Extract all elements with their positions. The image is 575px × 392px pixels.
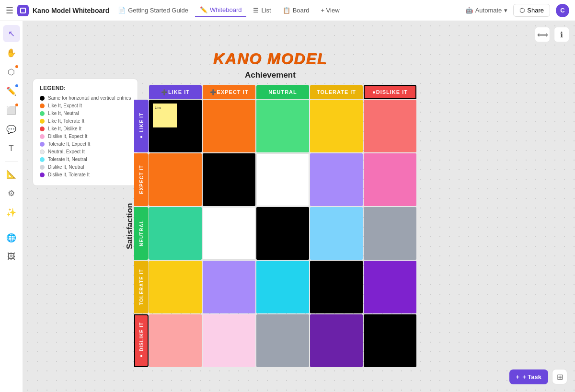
legend-dot-4: [40, 127, 45, 131]
grid-cells: Lino: [149, 99, 417, 368]
legend-item-6: Tolerate It, Expect It: [40, 141, 131, 147]
cell-1-0: [149, 153, 202, 206]
cell-4-0: [149, 314, 202, 367]
legend-text-5: Dislike It, Expect It: [48, 134, 87, 139]
cell-4-2: [256, 314, 309, 367]
legend-item-10: Dislike It, Tolerate It: [40, 172, 131, 177]
pen-dot: [15, 84, 18, 87]
doc-icon: 📄: [118, 7, 126, 14]
board-inner: ➕ LIKE IT ➕ EXPECT IT NEUTRAL TOLERATE I…: [134, 85, 417, 368]
toolbar-connect[interactable]: ⚙: [3, 184, 20, 202]
legend-text-0: Same for horizontal and vertical entries: [48, 95, 131, 101]
legend-text-6: Tolerate It, Expect It: [48, 141, 90, 147]
shapes-dot: [15, 65, 18, 68]
cell-2-2: [256, 207, 309, 260]
toolbar-magic[interactable]: ✨: [3, 204, 20, 221]
sticky-text: Lino: [155, 105, 161, 110]
legend-title: LEGEND:: [40, 85, 131, 92]
logo-inner: [20, 8, 26, 13]
row-header-like: ● LIKE IT: [134, 100, 149, 152]
kano-title: KANO MODEL: [124, 50, 417, 68]
row-header-dislike: ● DISLIKE IT: [134, 314, 149, 367]
toolbar-image[interactable]: 🖼: [3, 248, 20, 265]
toolbar-globe[interactable]: 🌐: [3, 229, 20, 246]
col-header-expect: ➕ EXPECT IT: [203, 85, 255, 99]
cell-3-3: [310, 261, 363, 313]
tab-list[interactable]: ☰ List: [248, 4, 276, 17]
toolbar-hand[interactable]: ✋: [3, 44, 20, 61]
legend-item-5: Dislike It, Expect It: [40, 134, 131, 139]
app-logo: [17, 5, 29, 16]
legend-dot-2: [40, 111, 45, 116]
nav-right: 🤖 Automate ▾ ⬡ Share C: [465, 4, 569, 17]
col-headers: ➕ LIKE IT ➕ EXPECT IT NEUTRAL TOLERATE I…: [149, 85, 417, 99]
fit-icon[interactable]: ⟺: [535, 27, 550, 42]
left-toolbar: ↖ ✋ ⬡ ✏️ ⬜ 💬 T 📐 ⚙ ✨ 🌐 🖼: [0, 21, 23, 392]
grid-row-3: [149, 260, 417, 314]
avatar: C: [556, 4, 569, 17]
legend-dot-9: [40, 165, 45, 170]
cell-2-4: [364, 207, 416, 260]
toolbar-rect[interactable]: ⬜: [3, 102, 20, 119]
cell-4-4: [364, 314, 416, 367]
legend-dot-10: [40, 173, 45, 177]
cell-1-4: [364, 153, 416, 206]
nav-tabs: 📄 Getting Started Guide ✏️ Whiteboard ☰ …: [113, 3, 344, 17]
cell-1-3: [310, 153, 363, 206]
legend-item-3: Like It, Tolerate It: [40, 118, 131, 124]
canvas-area[interactable]: ⟺ ℹ LEGEND: Same for horizontal and vert…: [23, 21, 575, 392]
legend-item-9: Dislike It, Neutral: [40, 164, 131, 170]
grid-row-4: [149, 314, 417, 368]
cell-0-2: [256, 100, 309, 152]
legend-text-8: Tolerate It, Neutral: [48, 157, 87, 162]
col-header-neutral: NEUTRAL: [256, 85, 309, 99]
col-header-dislike: ●DISLIKE IT: [364, 85, 416, 99]
legend-text-1: Like It, Expect It: [48, 103, 82, 108]
row-header-tolerate: TOLERATE IT: [134, 261, 149, 313]
info-icon[interactable]: ℹ: [554, 27, 569, 42]
legend-item-4: Like It, Dislike It: [40, 126, 131, 131]
toolbar-ruler[interactable]: 📐: [3, 165, 20, 183]
legend-item-7: Neutral, Expect It: [40, 149, 131, 154]
toolbar-pen[interactable]: ✏️: [3, 82, 20, 100]
cell-3-4: [364, 261, 416, 313]
toolbar-separator-2: [5, 225, 18, 225]
share-button[interactable]: ⬡ Share: [513, 4, 550, 17]
toolbar-cursor[interactable]: ↖: [3, 25, 20, 42]
cell-2-0: [149, 207, 202, 260]
toolbar-comment[interactable]: 💬: [3, 121, 20, 138]
tab-board[interactable]: 📋 Board: [278, 4, 314, 17]
tab-whiteboard[interactable]: ✏️ Whiteboard: [195, 3, 246, 17]
legend-dot-7: [40, 150, 45, 154]
grid-row-1: [149, 153, 417, 207]
legend-dot-1: [40, 104, 45, 108]
legend-text-10: Dislike It, Tolerate It: [48, 172, 90, 177]
legend-text-2: Like It, Neutral: [48, 111, 79, 116]
kano-board: KANO MODEL Achievement Satisfaction ➕ LI…: [124, 50, 417, 368]
automate-icon: 🤖: [465, 7, 473, 14]
toolbar-text[interactable]: T: [3, 140, 20, 157]
toolbar-shapes[interactable]: ⬡: [3, 63, 20, 81]
tab-getting-started[interactable]: 📄 Getting Started Guide: [113, 4, 193, 17]
board-icon: 📋: [283, 7, 290, 14]
canvas-tools: ⟺ ℹ: [535, 27, 569, 42]
legend-text-7: Neutral, Expect It: [48, 149, 85, 154]
cell-4-1: [203, 314, 255, 367]
satisfaction-label: Satisfaction: [124, 85, 134, 368]
automate-button[interactable]: 🤖 Automate ▾: [465, 7, 508, 14]
task-button[interactable]: + + Task: [509, 369, 548, 384]
grid-rows: ● LIKE IT EXPECT IT NEUTRAL TOLERATE IT …: [134, 99, 417, 368]
legend-text-4: Like It, Dislike It: [48, 126, 81, 131]
legend-dot-5: [40, 134, 45, 139]
main-content: ↖ ✋ ⬡ ✏️ ⬜ 💬 T 📐 ⚙ ✨ 🌐 🖼 ⟺ ℹ L: [0, 21, 575, 392]
share-icon: ⬡: [519, 7, 525, 14]
grid-view-button[interactable]: ⊞: [552, 369, 567, 384]
cell-1-2: [256, 153, 309, 206]
legend-panel: LEGEND: Same for horizontal and vertical…: [33, 79, 138, 186]
top-navigation: ☰ Kano Model Whiteboard 📄 Getting Starte…: [0, 0, 575, 21]
bottom-bar: + + Task ⊞: [509, 369, 567, 384]
menu-icon[interactable]: ☰: [6, 5, 13, 16]
cell-2-3: [310, 207, 363, 260]
grid-row-0: Lino: [149, 99, 417, 153]
tab-add-view[interactable]: + View: [316, 4, 344, 17]
